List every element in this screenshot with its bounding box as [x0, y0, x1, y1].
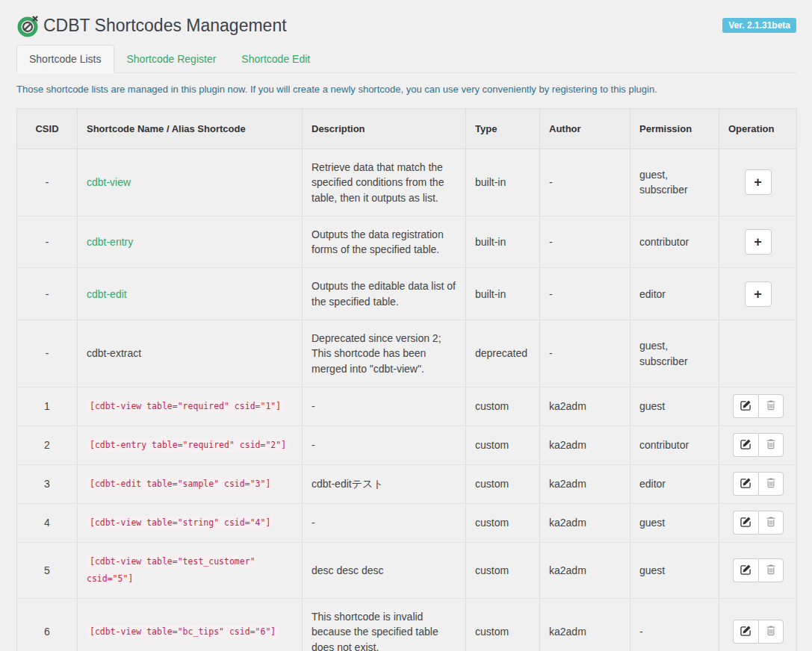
edit-shortcode-button[interactable]: [733, 620, 758, 644]
cell-csid: -: [17, 149, 78, 217]
cell-author: ka2adm: [540, 387, 630, 426]
trash-icon: [766, 516, 776, 529]
delete-shortcode-button[interactable]: [758, 472, 784, 496]
cell-author: -: [540, 149, 630, 217]
edit-shortcode-button[interactable]: [733, 394, 758, 418]
table-row: 4 [cdbt-view table="string" csid="4"] - …: [17, 503, 797, 542]
cell-description: This shortcode is invalid because the sp…: [303, 598, 466, 651]
header-csid: CSID: [17, 109, 78, 149]
add-shortcode-button[interactable]: +: [745, 169, 772, 195]
delete-shortcode-button[interactable]: [758, 620, 784, 644]
info-notice: Those shortcode lists are managed in thi…: [16, 84, 796, 95]
delete-shortcode-button[interactable]: [758, 433, 784, 457]
cell-csid: 5: [17, 542, 78, 598]
shortcode-code: [cdbt-view table="bc_tips" csid="6"]: [87, 625, 279, 638]
cell-type: custom: [466, 542, 540, 598]
table-row: 5 [cdbt-view table="test_customer" csid=…: [17, 542, 797, 598]
edit-shortcode-button[interactable]: [733, 472, 758, 496]
table-row: 1 [cdbt-view table="required" csid="1"] …: [17, 387, 797, 426]
cell-author: -: [540, 320, 630, 387]
cell-type: custom: [466, 598, 540, 651]
cell-description: Outputs the data registration forms of t…: [303, 216, 466, 268]
trash-icon: [766, 625, 776, 638]
delete-shortcode-button[interactable]: [758, 511, 784, 535]
cell-permission: editor: [630, 268, 719, 320]
cell-type: custom: [466, 464, 540, 503]
tab-shortcode-lists[interactable]: Shortcode Lists: [16, 45, 114, 73]
cell-permission: editor: [630, 464, 719, 503]
cell-csid: -: [17, 268, 78, 320]
pencil-square-icon: [740, 625, 751, 638]
cell-csid: 2: [17, 426, 78, 464]
shortcode-code: [cdbt-entry table="required" csid="2"]: [87, 438, 289, 452]
delete-shortcode-button[interactable]: [758, 394, 784, 418]
cell-author: -: [540, 268, 630, 320]
cell-permission: guest: [630, 503, 719, 542]
edit-shortcode-button[interactable]: [733, 511, 758, 535]
cell-author: ka2adm: [540, 598, 630, 651]
shortcode-link[interactable]: cdbt-edit: [87, 288, 127, 300]
cell-shortcode-name: cdbt-extract: [78, 320, 303, 387]
add-shortcode-button[interactable]: +: [745, 281, 772, 307]
delete-shortcode-button[interactable]: [758, 558, 784, 582]
trash-icon: [766, 477, 776, 490]
cell-csid: -: [17, 320, 78, 387]
tab-bar: Shortcode Lists Shortcode Register Short…: [16, 45, 796, 73]
cell-permission: contributor: [630, 426, 719, 464]
cell-permission: guest: [630, 542, 719, 598]
shortcode-link[interactable]: cdbt-view: [87, 176, 131, 188]
cell-csid: -: [17, 216, 78, 268]
cell-permission: contributor: [630, 216, 719, 268]
header-description: Description: [303, 109, 466, 149]
cdbt-plugin-logo-icon: [16, 15, 39, 37]
cell-description: cdbt-editテスト: [303, 464, 466, 503]
pencil-square-icon: [740, 399, 751, 413]
table-row: - cdbt-edit Outputs the editable data li…: [17, 268, 797, 320]
table-row: - cdbt-extract Deprecated since version …: [17, 320, 797, 387]
tab-shortcode-edit[interactable]: Shortcode Edit: [229, 45, 323, 73]
shortcode-link[interactable]: cdbt-entry: [87, 236, 133, 248]
edit-shortcode-button[interactable]: [733, 433, 758, 457]
tab-shortcode-register[interactable]: Shortcode Register: [114, 45, 229, 73]
pencil-square-icon: [740, 564, 751, 577]
cell-description: Deprecated since version 2; This shortco…: [303, 320, 466, 387]
shortcode-code: [cdbt-view table="required" csid="1"]: [87, 399, 284, 413]
pencil-square-icon: [740, 438, 751, 452]
cell-author: ka2adm: [540, 503, 630, 542]
cell-permission: guest, subscriber: [630, 149, 719, 217]
table-row: 3 [cdbt-edit table="sample" csid="3"] cd…: [17, 464, 797, 503]
trash-icon: [766, 564, 776, 577]
cell-type: built-in: [466, 268, 540, 320]
cell-csid: 4: [17, 503, 78, 542]
edit-shortcode-button[interactable]: [733, 558, 758, 582]
trash-icon: [766, 438, 776, 452]
admin-page: CDBT Shortcodes Management Ver. 2.1.31be…: [0, 0, 812, 651]
header-type: Type: [466, 109, 540, 149]
cell-csid: 1: [17, 387, 78, 426]
trash-icon: [766, 399, 776, 413]
cell-description: Outputs the editable data list of the sp…: [303, 268, 466, 320]
cell-permission: guest, subscriber: [630, 320, 719, 387]
cell-type: custom: [466, 503, 540, 542]
version-badge: Ver. 2.1.31beta: [722, 18, 796, 33]
table-header-row: CSID Shortcode Name / Alias Shortcode De…: [17, 109, 797, 149]
page-header: CDBT Shortcodes Management Ver. 2.1.31be…: [16, 15, 796, 37]
cell-author: -: [540, 216, 630, 268]
shortcode-code: [cdbt-view table="string" csid="4"]: [87, 516, 273, 529]
header-permission: Permission: [630, 109, 719, 149]
plus-icon: +: [754, 175, 762, 189]
pencil-square-icon: [740, 477, 751, 490]
header-operation: Operation: [719, 109, 797, 149]
table-row: 6 [cdbt-view table="bc_tips" csid="6"] T…: [17, 598, 797, 651]
cell-type: built-in: [466, 216, 540, 268]
header-name: Shortcode Name / Alias Shortcode: [78, 109, 303, 149]
cell-type: custom: [466, 387, 540, 426]
page-title: CDBT Shortcodes Management: [43, 15, 287, 37]
cell-type: built-in: [466, 149, 540, 217]
shortcode-code: [cdbt-view table="test_customer" csid="5…: [87, 555, 255, 585]
table-row: - cdbt-view Retrieve data that match the…: [17, 149, 797, 217]
cell-type: custom: [466, 426, 540, 464]
cell-csid: 6: [17, 598, 78, 651]
add-shortcode-button[interactable]: +: [745, 229, 772, 255]
shortcodes-table: CSID Shortcode Name / Alias Shortcode De…: [16, 108, 797, 651]
